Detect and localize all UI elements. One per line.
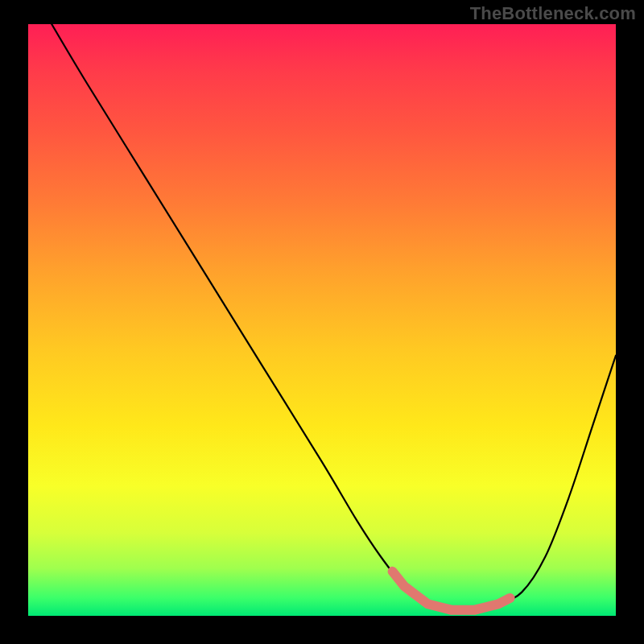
curve-overlay	[28, 24, 616, 616]
bottleneck-curve	[52, 24, 616, 611]
plot-area	[28, 24, 616, 616]
watermark-text: TheBottleneck.com	[470, 3, 636, 24]
optimal-range-marker	[393, 572, 510, 610]
chart-frame: TheBottleneck.com	[0, 0, 644, 644]
